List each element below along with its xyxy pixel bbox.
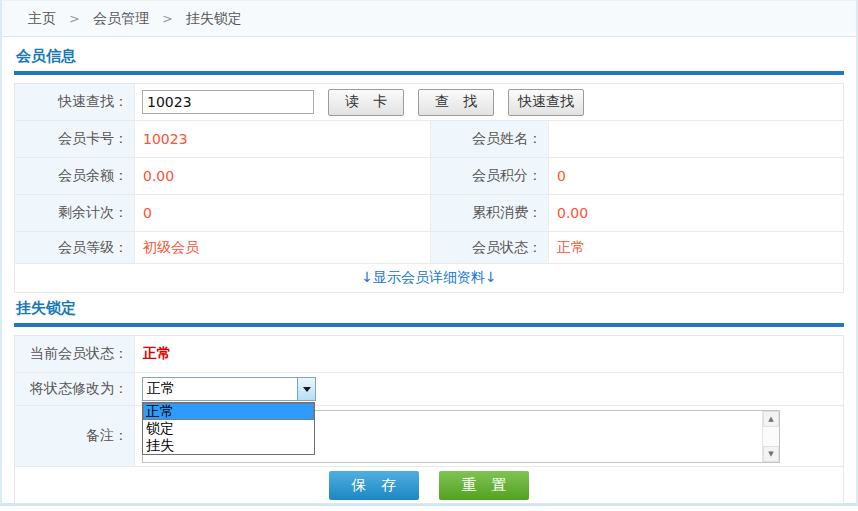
- current-status-row: 当前会员状态： 正常: [15, 336, 843, 372]
- remark-label: 备注：: [15, 406, 135, 466]
- quick-search-cell: 读 卡 查 找 快速查找: [135, 84, 843, 120]
- remaining-times-label: 剩余计次：: [15, 195, 135, 231]
- section-underline: [14, 71, 844, 75]
- dropdown-option-normal[interactable]: 正常: [143, 403, 314, 420]
- total-consumption-value: 0.00: [549, 195, 843, 231]
- lock-table: 当前会员状态： 正常 将状态修改为： 正常 正常 锁定 挂失: [14, 335, 844, 504]
- section-title-member-info: 会员信息: [14, 47, 844, 66]
- quick-find-button[interactable]: 快速查找: [508, 89, 584, 116]
- points-label: 会员积分：: [431, 158, 549, 194]
- read-card-button[interactable]: 读 卡: [328, 89, 404, 116]
- member-name-value: [549, 121, 843, 157]
- current-status-value: 正常: [135, 336, 843, 372]
- member-level-label: 会员等级：: [15, 232, 135, 263]
- search-button[interactable]: 查 找: [418, 89, 494, 116]
- change-status-row: 将状态修改为： 正常 正常 锁定 挂失: [15, 372, 843, 405]
- member-name-label: 会员姓名：: [431, 121, 549, 157]
- quick-search-row: 快速查找： 读 卡 查 找 快速查找: [15, 84, 843, 120]
- save-button[interactable]: 保 存: [329, 471, 419, 500]
- section-title-lock: 挂失锁定: [14, 299, 844, 318]
- card-number-value: 10023: [135, 121, 431, 157]
- member-status-label: 会员状态：: [431, 232, 549, 263]
- member-level-value: 初级会员: [135, 232, 431, 263]
- change-status-cell: 正常 正常 锁定 挂失: [135, 373, 843, 405]
- chevron-down-icon[interactable]: [297, 378, 315, 400]
- remark-row: 备注： ▲ ▼: [15, 405, 843, 466]
- content: 会员信息 快速查找： 读 卡 查 找 快速查找 会员卡号： 10023 会员姓名…: [2, 37, 856, 504]
- triangle-icon: [303, 387, 311, 396]
- breadcrumb-member-management[interactable]: 会员管理: [93, 10, 149, 28]
- breadcrumb-current-page: 挂失锁定: [186, 10, 242, 28]
- remaining-times-value: 0: [135, 195, 431, 231]
- status-select[interactable]: 正常: [142, 377, 316, 401]
- textarea-scrollbar[interactable]: ▲ ▼: [762, 411, 779, 462]
- page: 主页 > 会员管理 > 挂失锁定 会员信息 快速查找： 读 卡 查 找 快速查找…: [0, 0, 858, 506]
- table-row: 会员卡号： 10023 会员姓名：: [15, 120, 843, 157]
- reset-button[interactable]: 重 置: [439, 471, 529, 500]
- table-row: 剩余计次： 0 累积消费： 0.00: [15, 194, 843, 231]
- breadcrumb-home[interactable]: 主页: [28, 10, 56, 28]
- change-status-label: 将状态修改为：: [15, 373, 135, 405]
- total-consumption-label: 累积消费：: [431, 195, 549, 231]
- current-status-text: 正常: [143, 345, 171, 363]
- status-select-value: 正常: [143, 378, 297, 400]
- quick-search-label: 快速查找：: [15, 84, 135, 120]
- scroll-down-icon[interactable]: ▼: [763, 446, 779, 462]
- card-number-label: 会员卡号：: [15, 121, 135, 157]
- show-member-details-link[interactable]: ↓显示会员详细资料↓: [361, 269, 496, 287]
- balance-label: 会员余额：: [15, 158, 135, 194]
- action-buttons-row: 保 存 重 置: [15, 466, 843, 503]
- scroll-up-icon[interactable]: ▲: [763, 411, 779, 427]
- table-row: 会员余额： 0.00 会员积分： 0: [15, 157, 843, 194]
- quick-search-input[interactable]: [142, 90, 314, 114]
- breadcrumb-separator-icon: >: [69, 11, 80, 26]
- status-dropdown-list: 正常 锁定 挂失: [142, 402, 315, 455]
- table-row: 会员等级： 初级会员 会员状态： 正常: [15, 231, 843, 263]
- points-value: 0: [549, 158, 843, 194]
- breadcrumb: 主页 > 会员管理 > 挂失锁定: [2, 0, 856, 37]
- dropdown-option-lost[interactable]: 挂失: [143, 437, 314, 454]
- member-info-table: 快速查找： 读 卡 查 找 快速查找 会员卡号： 10023 会员姓名： 会员余…: [14, 83, 844, 293]
- balance-value: 0.00: [135, 158, 431, 194]
- dropdown-option-locked[interactable]: 锁定: [143, 420, 314, 437]
- member-status-value: 正常: [549, 232, 843, 263]
- current-status-label: 当前会员状态：: [15, 336, 135, 372]
- section-underline: [14, 323, 844, 327]
- details-link-row: ↓显示会员详细资料↓: [15, 263, 843, 292]
- breadcrumb-separator-icon: >: [162, 11, 173, 26]
